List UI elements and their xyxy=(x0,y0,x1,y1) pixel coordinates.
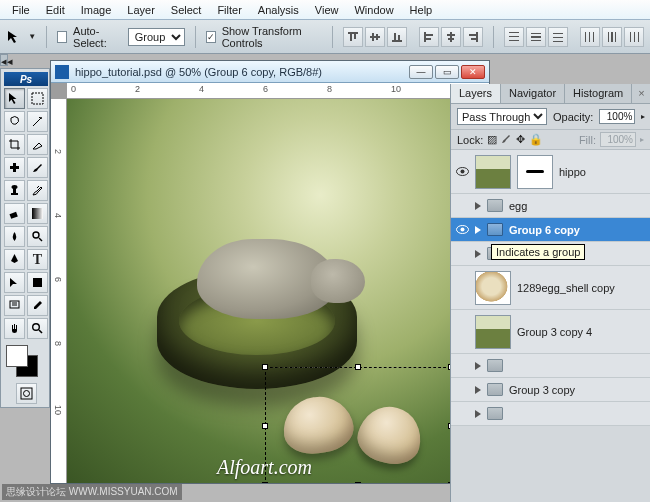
tab-layers[interactable]: Layers xyxy=(451,84,501,103)
show-transform-checkbox[interactable]: ✓ xyxy=(206,31,216,43)
align-hcenter-icon[interactable] xyxy=(441,27,461,47)
handle-top-mid[interactable] xyxy=(355,364,361,370)
visibility-toggle[interactable] xyxy=(455,359,469,373)
handle-mid-left[interactable] xyxy=(262,423,268,429)
layer-hippo[interactable]: hippo xyxy=(451,150,650,194)
layer-thumb[interactable] xyxy=(475,315,511,349)
handle-top-left[interactable] xyxy=(262,364,268,370)
type-tool[interactable]: T xyxy=(27,249,48,270)
shape-tool[interactable] xyxy=(27,272,48,293)
visibility-toggle[interactable] xyxy=(455,407,469,421)
eyedropper-tool[interactable] xyxy=(27,295,48,316)
visibility-toggle[interactable] xyxy=(455,325,469,339)
maximize-button[interactable]: ▭ xyxy=(435,65,459,79)
stamp-tool[interactable] xyxy=(4,180,25,201)
menu-analysis[interactable]: Analysis xyxy=(250,2,307,18)
distribute-top-icon[interactable] xyxy=(504,27,524,47)
expand-icon[interactable] xyxy=(475,202,481,210)
layer-list[interactable]: hippo egg Group 6 copy Indicates a group… xyxy=(451,150,650,426)
distribute-vcenter-icon[interactable] xyxy=(526,27,546,47)
menu-select[interactable]: Select xyxy=(163,2,210,18)
expand-icon[interactable] xyxy=(475,410,481,418)
auto-select-checkbox[interactable] xyxy=(57,31,67,43)
menu-file[interactable]: File xyxy=(4,2,38,18)
group-egg[interactable]: egg xyxy=(451,194,650,218)
menu-edit[interactable]: Edit xyxy=(38,2,73,18)
menu-window[interactable]: Window xyxy=(346,2,401,18)
healing-tool[interactable] xyxy=(4,157,25,178)
layer-name[interactable]: Group 3 copy 4 xyxy=(517,326,592,338)
group-3-copy[interactable]: Group 3 copy xyxy=(451,378,650,402)
lock-pixels-icon[interactable] xyxy=(501,134,512,145)
menu-layer[interactable]: Layer xyxy=(119,2,163,18)
layer-eggshell[interactable]: 1289egg_shell copy xyxy=(451,266,650,310)
group-6-copy[interactable]: Group 6 copy xyxy=(451,218,650,242)
align-top-icon[interactable] xyxy=(343,27,363,47)
dodge-tool[interactable] xyxy=(27,226,48,247)
handle-bot-mid[interactable] xyxy=(355,482,361,483)
distribute-right-icon[interactable] xyxy=(624,27,644,47)
chevron-down-icon[interactable]: ▼ xyxy=(28,32,36,41)
canvas[interactable]: Alfoart.com xyxy=(67,99,489,483)
layer-thumb[interactable] xyxy=(475,271,511,305)
slice-tool[interactable] xyxy=(27,134,48,155)
group-row-tooltip[interactable]: Indicates a group xyxy=(451,242,650,266)
lasso-tool[interactable] xyxy=(4,111,25,132)
group-row[interactable] xyxy=(451,354,650,378)
lock-transparent-icon[interactable]: ▨ xyxy=(487,133,497,146)
move-tool[interactable] xyxy=(4,88,25,109)
visibility-toggle[interactable] xyxy=(455,281,469,295)
pen-tool[interactable] xyxy=(4,249,25,270)
menu-help[interactable]: Help xyxy=(402,2,441,18)
visibility-toggle[interactable] xyxy=(455,199,469,213)
expand-icon[interactable] xyxy=(475,386,481,394)
distribute-bottom-icon[interactable] xyxy=(548,27,568,47)
expand-icon[interactable] xyxy=(475,362,481,370)
tab-navigator[interactable]: Navigator xyxy=(501,84,565,103)
document-titlebar[interactable]: hippo_tutorial.psd @ 50% (Group 6 copy, … xyxy=(51,61,489,83)
expand-icon[interactable] xyxy=(475,226,481,234)
options-handle-icon[interactable]: ◂◂ xyxy=(0,54,8,66)
visibility-icon[interactable] xyxy=(455,223,469,237)
auto-select-dropdown[interactable]: Group xyxy=(128,28,185,46)
layer-name[interactable]: Group 6 copy xyxy=(509,224,580,236)
eraser-tool[interactable] xyxy=(4,203,25,224)
visibility-icon[interactable] xyxy=(455,165,469,179)
layer-name[interactable]: 1289egg_shell copy xyxy=(517,282,615,294)
wand-tool[interactable] xyxy=(27,111,48,132)
minimize-button[interactable]: — xyxy=(409,65,433,79)
hand-tool[interactable] xyxy=(4,318,25,339)
layer-name[interactable]: egg xyxy=(509,200,527,212)
panel-close-icon[interactable]: × xyxy=(632,84,650,103)
path-select-tool[interactable] xyxy=(4,272,25,293)
align-right-icon[interactable] xyxy=(463,27,483,47)
close-button[interactable]: ✕ xyxy=(461,65,485,79)
blend-mode-dropdown[interactable]: Pass Through xyxy=(457,108,547,125)
menu-view[interactable]: View xyxy=(307,2,347,18)
menu-image[interactable]: Image xyxy=(73,2,120,18)
zoom-tool[interactable] xyxy=(27,318,48,339)
marquee-tool[interactable] xyxy=(27,88,48,109)
distribute-left-icon[interactable] xyxy=(580,27,600,47)
opacity-flyout-icon[interactable]: ▸ xyxy=(641,112,645,121)
align-bottom-icon[interactable] xyxy=(387,27,407,47)
distribute-hcenter-icon[interactable] xyxy=(602,27,622,47)
align-vcenter-icon[interactable] xyxy=(365,27,385,47)
fill-flyout-icon[interactable]: ▸ xyxy=(640,135,644,144)
mask-thumb[interactable] xyxy=(517,155,553,189)
expand-icon[interactable] xyxy=(475,250,481,258)
tab-histogram[interactable]: Histogram xyxy=(565,84,632,103)
ruler-vertical[interactable]: 2 4 6 8 10 xyxy=(51,99,67,483)
lock-all-icon[interactable]: 🔒 xyxy=(529,133,543,146)
ruler-horizontal[interactable]: 0 2 4 6 8 10 12 xyxy=(67,83,489,99)
visibility-toggle[interactable] xyxy=(455,383,469,397)
align-left-icon[interactable] xyxy=(419,27,439,47)
gradient-tool[interactable] xyxy=(27,203,48,224)
group-row-last[interactable] xyxy=(451,402,650,426)
crop-tool[interactable] xyxy=(4,134,25,155)
handle-bot-left[interactable] xyxy=(262,482,268,483)
layer-name[interactable]: hippo xyxy=(559,166,586,178)
brush-tool[interactable] xyxy=(27,157,48,178)
notes-tool[interactable] xyxy=(4,295,25,316)
foreground-color-swatch[interactable] xyxy=(6,345,28,367)
